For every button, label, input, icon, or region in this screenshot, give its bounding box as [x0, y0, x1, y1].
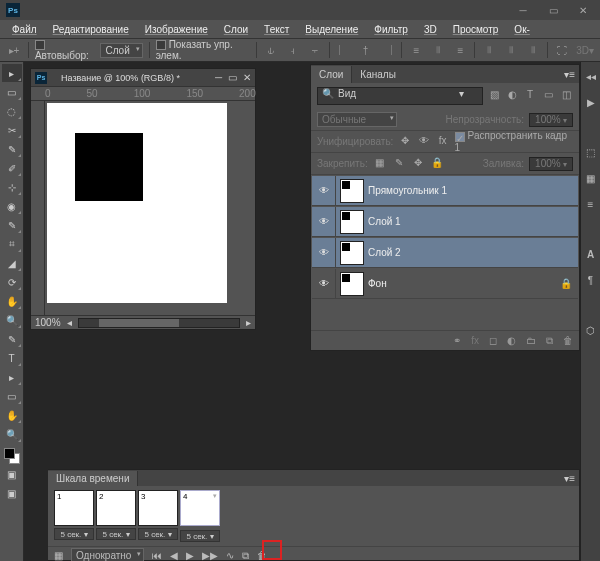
- first-frame-icon[interactable]: ⏮: [152, 550, 162, 561]
- tab-channels[interactable]: Каналы: [352, 66, 404, 83]
- swatches-panel-icon[interactable]: ▦: [583, 170, 599, 186]
- layer-name[interactable]: Фон: [368, 278, 387, 289]
- distribute-icon[interactable]: ⦀: [503, 42, 519, 58]
- history-panel-icon[interactable]: ▶: [583, 94, 599, 110]
- align-icon[interactable]: ⫝: [263, 42, 279, 58]
- lock-position-icon[interactable]: ✥: [411, 157, 425, 171]
- blend-mode-select[interactable]: Обычные: [317, 112, 397, 127]
- zoom-tool[interactable]: 🔍: [2, 425, 22, 443]
- menu-слои[interactable]: Слои: [218, 22, 254, 37]
- layer-row[interactable]: 👁Фон🔒: [312, 269, 578, 299]
- crop-tool[interactable]: ✂: [2, 121, 22, 139]
- visibility-icon[interactable]: 👁: [312, 176, 336, 205]
- type-panel-icon[interactable]: ≡: [583, 196, 599, 212]
- align-right-icon[interactable]: ⎹: [379, 42, 395, 58]
- layer-row[interactable]: 👁Слой 1: [312, 207, 578, 237]
- lock-transparent-icon[interactable]: ▦: [373, 157, 387, 171]
- unify-style-icon[interactable]: fx: [436, 135, 450, 149]
- layer-name[interactable]: Слой 2: [368, 247, 401, 258]
- window-maximize[interactable]: ▭: [542, 3, 564, 17]
- propagate-frame-checkbox[interactable]: ✓Распространить кадр 1: [455, 130, 573, 152]
- distribute-icon[interactable]: ⦀: [430, 42, 446, 58]
- path-tool[interactable]: T: [2, 349, 22, 367]
- pen-tool[interactable]: 🔍: [2, 311, 22, 329]
- layer-thumbnail[interactable]: [340, 210, 364, 234]
- screen-mode-icon[interactable]: ▣: [2, 484, 22, 502]
- align-icon[interactable]: ⫟: [307, 42, 323, 58]
- rotate-tool[interactable]: ✋: [2, 406, 22, 424]
- menu-3d[interactable]: 3D: [418, 22, 443, 37]
- layer-row[interactable]: 👁Прямоугольник 1: [312, 176, 578, 206]
- unify-visibility-icon[interactable]: 👁: [417, 135, 431, 149]
- duplicate-frame-icon[interactable]: ⧉: [242, 550, 249, 562]
- menu-просмотр[interactable]: Просмотр: [447, 22, 505, 37]
- prev-frame-icon[interactable]: ◀: [170, 550, 178, 561]
- hand-tool[interactable]: ▭: [2, 387, 22, 405]
- animation-frame[interactable]: 4: [180, 490, 220, 526]
- 3d-mode-icon[interactable]: ⛶: [554, 42, 570, 58]
- lasso-tool[interactable]: ◌: [2, 102, 22, 120]
- new-layer-icon[interactable]: ⧉: [546, 335, 553, 347]
- panel-menu-icon[interactable]: ▾≡: [560, 69, 579, 80]
- menu-фильтр[interactable]: Фильтр: [368, 22, 414, 37]
- filter-shape-icon[interactable]: ▭: [541, 89, 555, 103]
- layer-name[interactable]: Прямоугольник 1: [368, 185, 447, 196]
- menu-ок-[interactable]: Ок-: [508, 22, 535, 37]
- convert-timeline-icon[interactable]: ▦: [54, 550, 63, 561]
- doc-minimize[interactable]: ─: [215, 72, 222, 83]
- align-center-icon[interactable]: †: [357, 42, 373, 58]
- character-panel-icon[interactable]: A: [583, 246, 599, 262]
- unify-position-icon[interactable]: ✥: [398, 135, 412, 149]
- menu-файл[interactable]: Файл: [6, 22, 43, 37]
- align-left-icon[interactable]: ⎸: [335, 42, 351, 58]
- paragraph-panel-icon[interactable]: ¶: [583, 272, 599, 288]
- window-minimize[interactable]: ─: [512, 3, 534, 17]
- tab-layers[interactable]: Слои: [311, 66, 352, 83]
- layer-name[interactable]: Слой 1: [368, 216, 401, 227]
- lock-all-icon[interactable]: 🔒: [430, 157, 444, 171]
- menu-изображение[interactable]: Изображение: [139, 22, 214, 37]
- play-icon[interactable]: ▶: [186, 550, 194, 561]
- distribute-icon[interactable]: ≡: [452, 42, 468, 58]
- healing-tool[interactable]: ✐: [2, 159, 22, 177]
- brush-tool[interactable]: ⊹: [2, 178, 22, 196]
- canvas[interactable]: [47, 103, 227, 303]
- doc-maximize[interactable]: ▭: [228, 72, 237, 83]
- window-close[interactable]: ✕: [572, 3, 594, 17]
- frame-duration[interactable]: 5 сек. ▾: [138, 528, 178, 540]
- distribute-icon[interactable]: ≡: [408, 42, 424, 58]
- stamp-tool[interactable]: ◉: [2, 197, 22, 215]
- type-tool[interactable]: ✎: [2, 330, 22, 348]
- move-tool[interactable]: ▸: [2, 64, 22, 82]
- layer-thumbnail[interactable]: [340, 272, 364, 296]
- fill-slider[interactable]: 100% ▾: [529, 157, 573, 171]
- filter-image-icon[interactable]: ▧: [487, 89, 501, 103]
- layer-mask-icon[interactable]: ◻: [489, 335, 497, 346]
- eraser-tool[interactable]: ⌗: [2, 235, 22, 253]
- quick-mask-icon[interactable]: ▣: [2, 465, 22, 483]
- gradient-tool[interactable]: ◢: [2, 254, 22, 272]
- layer-style-icon[interactable]: fx: [471, 335, 479, 346]
- frame-duration[interactable]: 5 сек. ▾: [180, 530, 220, 542]
- link-layers-icon[interactable]: ⚭: [453, 335, 461, 346]
- visibility-icon[interactable]: 👁: [312, 269, 336, 298]
- panel-menu-icon[interactable]: ▾≡: [560, 473, 579, 484]
- filter-adjust-icon[interactable]: ◐: [505, 89, 519, 103]
- rectangle-shape[interactable]: [75, 133, 143, 201]
- frame-duration[interactable]: 5 сек. ▾: [54, 528, 94, 540]
- menu-редактирование[interactable]: Редактирование: [47, 22, 135, 37]
- show-controls-checkbox[interactable]: Показать упр. элем.: [156, 39, 250, 61]
- eyedropper-tool[interactable]: ✎: [2, 140, 22, 158]
- tab-timeline[interactable]: Шкала времени: [48, 471, 138, 486]
- align-icon[interactable]: ⫞: [285, 42, 301, 58]
- distribute-icon[interactable]: ⦀: [481, 42, 497, 58]
- 3d-panel-icon[interactable]: ⬡: [583, 322, 599, 338]
- distribute-icon[interactable]: ⦀: [525, 42, 541, 58]
- doc-close[interactable]: ✕: [243, 72, 251, 83]
- blur-tool[interactable]: ⟳: [2, 273, 22, 291]
- frame-duration[interactable]: 5 сек. ▾: [96, 528, 136, 540]
- opacity-slider[interactable]: 100% ▾: [529, 113, 573, 127]
- history-brush-tool[interactable]: ✎: [2, 216, 22, 234]
- color-swatch[interactable]: [4, 448, 20, 464]
- delete-frame-icon[interactable]: 🗑: [257, 550, 267, 561]
